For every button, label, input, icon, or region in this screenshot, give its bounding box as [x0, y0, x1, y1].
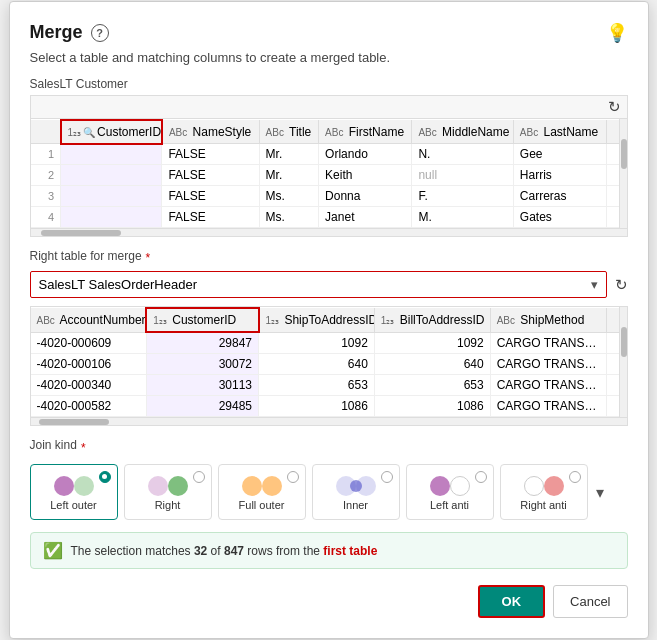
dialog-footer: OK Cancel: [30, 585, 628, 618]
join-right-label: Right: [155, 499, 181, 511]
join-right[interactable]: Right: [124, 464, 212, 520]
right-col-shipmethod[interactable]: ABc ShipMethod: [490, 308, 606, 332]
top-col-firstname[interactable]: ABc FirstName: [319, 120, 412, 144]
join-required-asterisk: *: [81, 441, 86, 455]
dropdown-value: SalesLT SalesOrderHeader: [39, 277, 198, 292]
venn-right: [148, 473, 188, 499]
radio-inner: [381, 471, 393, 483]
dialog-header: Merge ? 💡: [30, 22, 628, 44]
venn-left-outer: [54, 473, 94, 499]
table-row: 2 FALSEMr.KeithnullHarris: [31, 165, 627, 186]
venn-inner: [336, 473, 376, 499]
required-asterisk: *: [146, 251, 151, 265]
dropdown-row: SalesLT SalesOrderHeader ▾ ↻: [30, 271, 628, 298]
table-row: -4020-000106 30072 640 640 CARGO TRANSPO…: [31, 354, 627, 375]
lightbulb-icon[interactable]: 💡: [606, 22, 628, 44]
chevron-down-icon: ▾: [591, 277, 598, 292]
table-row: -4020-000609 29847 1092 1092 CARGO TRANS…: [31, 332, 627, 354]
venn-full-outer: [242, 473, 282, 499]
top-table-scrollbar[interactable]: [619, 119, 627, 229]
join-left-outer[interactable]: Left outer: [30, 464, 118, 520]
right-table-section-label: Right table for merge: [30, 249, 142, 263]
top-table: 1₂₃🔍CustomerID ABc NameStyle ABc Title A…: [31, 119, 627, 229]
ok-button[interactable]: OK: [478, 585, 546, 618]
right-col-shiptoaddress[interactable]: 1₂₃ ShipToAddressID: [259, 308, 375, 332]
join-left-outer-label: Left outer: [50, 499, 96, 511]
table-row: 1 FALSEMr.OrlandoN.Gee: [31, 144, 627, 165]
join-left-anti-label: Left anti: [430, 499, 469, 511]
dialog-title: Merge ?: [30, 22, 109, 43]
join-more-arrow[interactable]: ▾: [596, 483, 604, 502]
top-table-label: SalesLT Customer: [30, 77, 628, 91]
info-bar: ✅ The selection matches 32 of 847 rows f…: [30, 532, 628, 569]
top-col-customerid[interactable]: 1₂₃🔍CustomerID: [61, 120, 162, 144]
right-table: ABc AccountNumber 1₂₃ CustomerID 1₂₃ Shi…: [31, 307, 627, 417]
venn-right-anti: [524, 473, 564, 499]
top-col-lastname[interactable]: ABc LastName: [513, 120, 606, 144]
right-table-container: ABc AccountNumber 1₂₃ CustomerID 1₂₃ Shi…: [30, 306, 628, 426]
right-table-scrollbar[interactable]: [619, 307, 627, 417]
table-row: -4020-000340 30113 653 653 CARGO TRANSPO…: [31, 375, 627, 396]
radio-left-anti: [475, 471, 487, 483]
table-row: 3 FALSEMs.DonnaF.Carreras: [31, 186, 627, 207]
radio-right: [193, 471, 205, 483]
top-col-title[interactable]: ABc Title: [259, 120, 319, 144]
right-col-accountnumber[interactable]: ABc AccountNumber: [31, 308, 147, 332]
cancel-button[interactable]: Cancel: [553, 585, 627, 618]
radio-left-outer: [99, 471, 111, 483]
table-row: 4 FALSEMs.JanetM.Gates: [31, 207, 627, 228]
top-table-container: ↻ 1₂₃🔍CustomerID ABc NameStyle ABc Title…: [30, 95, 628, 238]
join-kind-label: Join kind: [30, 438, 77, 452]
info-text: The selection matches 32 of 847 rows fro…: [71, 544, 378, 558]
join-options: Left outer Right Full outer: [30, 464, 628, 520]
right-col-customerid[interactable]: 1₂₃ CustomerID: [146, 308, 258, 332]
check-icon: ✅: [43, 541, 63, 560]
join-inner[interactable]: Inner: [312, 464, 400, 520]
merge-dialog: Merge ? 💡 Select a table and matching co…: [9, 1, 649, 640]
join-right-anti[interactable]: Right anti: [500, 464, 588, 520]
right-col-billtoaddress[interactable]: 1₂₃ BillToAddressID: [374, 308, 490, 332]
right-table-refresh-icon[interactable]: ↻: [615, 276, 628, 294]
join-left-anti[interactable]: Left anti: [406, 464, 494, 520]
top-table-hscroll[interactable]: [31, 228, 627, 236]
title-text: Merge: [30, 22, 83, 43]
radio-right-anti: [569, 471, 581, 483]
join-full-outer-label: Full outer: [239, 499, 285, 511]
join-inner-label: Inner: [343, 499, 368, 511]
right-table-hscroll[interactable]: [31, 417, 627, 425]
right-table-dropdown[interactable]: SalesLT SalesOrderHeader ▾: [30, 271, 607, 298]
table-row: -4020-000582 29485 1086 1086 CARGO TRANS…: [31, 396, 627, 417]
top-col-namestyle[interactable]: ABc NameStyle: [162, 120, 259, 144]
top-table-refresh-icon[interactable]: ↻: [608, 98, 621, 116]
venn-left-anti: [430, 473, 470, 499]
join-right-anti-label: Right anti: [520, 499, 566, 511]
radio-full-outer: [287, 471, 299, 483]
join-full-outer[interactable]: Full outer: [218, 464, 306, 520]
help-icon[interactable]: ?: [91, 24, 109, 42]
top-col-middlename[interactable]: ABc MiddleName: [412, 120, 513, 144]
subtitle: Select a table and matching columns to c…: [30, 50, 628, 65]
